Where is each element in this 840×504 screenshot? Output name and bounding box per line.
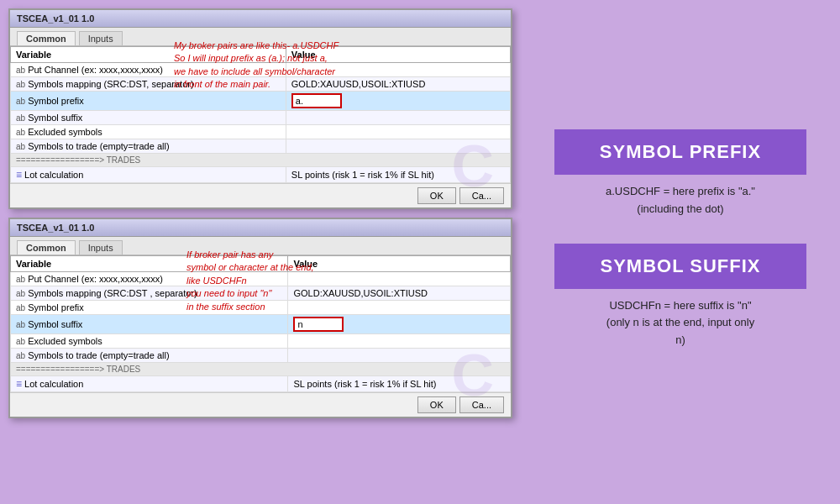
table-row: ≡Lot calculationSL points (risk 1 = risk… [11,167,511,183]
param-table-1: Variable Value abPut Channel (ex: xxxx,x… [10,46,511,183]
right-panel: SYMBOL PREFIX a.USDCHF = here prefix is … [521,0,840,504]
dialog-suffix-titlebar: TSCEA_v1_01 1.0 [10,219,511,237]
dialog-prefix-footer: OK Ca... [10,183,511,207]
dialog-prefix: My broker pairs are like this- a.USDCHF … [8,8,512,209]
col-variable-1: Variable [11,47,286,63]
value-input-2[interactable] [291,93,342,108]
table-row: abSymbol prefix [11,92,511,111]
table-row: abSymbol prefix [11,301,511,315]
table-row: abSymbol suffix [11,111,511,125]
table-row: abPut Channel (ex: xxxx,xxxx,xxxx) [11,272,511,286]
tab-inputs-1[interactable]: Inputs [79,31,123,45]
table-row: abExcluded symbols [11,334,511,349]
table-row: =================> TRADES [11,154,511,167]
dialog-prefix-content: C Variable Value abPut Channel (ex: xxxx… [10,46,511,183]
col-value-2: Value [288,256,511,272]
table-row: abSymbols to trade (empty=trade all) [11,349,511,363]
value-input-3[interactable] [293,317,344,332]
symbol-suffix-desc: USDCHFn = here suffix is "n"(only n is a… [606,297,754,349]
symbol-suffix-box: SYMBOL SUFFIX [554,244,806,289]
col-variable-2: Variable [11,256,288,272]
cancel-button-2[interactable]: Ca... [459,396,504,413]
dialog-prefix-title: TSCEA_v1_01 1.0 [17,13,94,24]
tab-common-2[interactable]: Common [17,240,76,255]
table-row: abSymbols mapping (SRC:DST, separator)GO… [11,77,511,92]
table-row: =================> TRADES [11,363,511,376]
left-panel: My broker pairs are like this- a.USDCHF … [0,0,521,504]
ok-button-1[interactable]: OK [417,187,456,204]
dialog-suffix-content: C Variable Value abPut Channel (ex: xxxx… [10,255,511,392]
dialog-suffix-footer: OK Ca... [10,392,511,417]
param-table-2: Variable Value abPut Channel (ex: xxxx,x… [10,255,511,392]
symbol-suffix-title: SYMBOL SUFFIX [600,255,760,276]
table-row: abExcluded symbols [11,125,511,139]
ok-button-2[interactable]: OK [417,396,456,413]
dialog-suffix-tabs: Common Inputs [10,237,511,255]
table-row: abSymbol suffix [11,315,511,334]
table-row: abSymbols to trade (empty=trade all) [11,139,511,154]
table-row: abSymbols mapping (SRC:DST , separator)G… [11,286,511,301]
tab-common-1[interactable]: Common [17,31,76,45]
col-value-1: Value [286,47,510,63]
dialog-prefix-tabs: Common Inputs [10,28,511,46]
cancel-button-1[interactable]: Ca... [459,187,504,204]
symbol-prefix-desc: a.USDCHF = here prefix is "a."(including… [606,183,755,218]
dialog-prefix-titlebar: TSCEA_v1_01 1.0 [10,10,511,28]
symbol-prefix-box: SYMBOL PREFIX [554,129,806,175]
table-row: abPut Channel (ex: xxxx,xxxx,xxxx) [11,63,511,77]
dialog-suffix-title: TSCEA_v1_01 1.0 [17,223,94,233]
dialog-suffix: If broker pair has any symbol or charact… [8,218,512,418]
table-row: ≡Lot calculationSL points (risk 1 = risk… [11,376,511,392]
symbol-prefix-title: SYMBOL PREFIX [600,141,761,162]
tab-inputs-2[interactable]: Inputs [79,240,123,255]
